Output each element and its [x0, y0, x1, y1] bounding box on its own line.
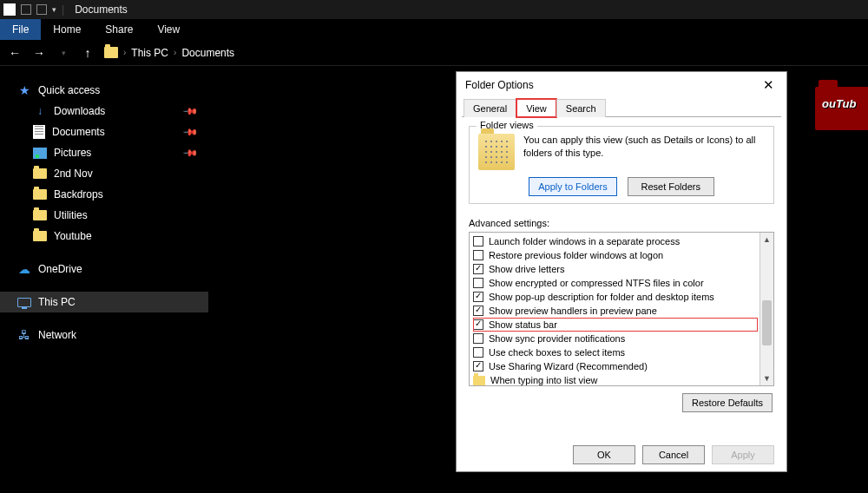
- chevron-right-icon[interactable]: ›: [123, 48, 126, 57]
- checkbox[interactable]: [473, 264, 483, 274]
- sidebar-network[interactable]: 🖧 Network: [0, 325, 208, 345]
- tab-view[interactable]: View: [516, 99, 556, 117]
- dialog-body: Folder views You can apply this view (su…: [462, 116, 781, 435]
- dialog-title: Folder Options: [465, 79, 534, 91]
- advanced-setting-item[interactable]: Use check boxes to select items: [473, 345, 758, 359]
- apply-to-folders-button[interactable]: Apply to Folders: [529, 177, 616, 196]
- checkbox[interactable]: [473, 306, 483, 316]
- sidebar-item-2ndnov[interactable]: 2nd Nov: [0, 163, 208, 184]
- nav-up-icon[interactable]: ↑: [80, 46, 95, 60]
- sidebar-label: Documents: [52, 126, 105, 138]
- advanced-setting-item[interactable]: Show sync provider notifications: [473, 332, 758, 345]
- apply-button[interactable]: Apply: [712, 445, 774, 464]
- sidebar-label: Youtube: [54, 230, 92, 242]
- checkbox[interactable]: [473, 292, 483, 302]
- sidebar-item-backdrops[interactable]: Backdrops: [0, 184, 208, 205]
- sidebar-label: Quick access: [38, 84, 100, 96]
- pc-icon: [17, 298, 31, 307]
- tab-search[interactable]: Search: [556, 99, 606, 117]
- sidebar-item-utilities[interactable]: Utilities: [0, 205, 208, 226]
- qat-dropdown-icon[interactable]: ▾: [52, 5, 56, 14]
- sidebar-label: 2nd Nov: [54, 168, 93, 180]
- sidebar-this-pc[interactable]: This PC: [0, 292, 208, 312]
- folder-icon: [473, 376, 485, 385]
- checkbox[interactable]: [473, 361, 483, 371]
- advanced-setting-item[interactable]: Show preview handlers in preview pane: [473, 304, 758, 318]
- sidebar-label: Utilities: [54, 209, 88, 221]
- ribbon-tab-home[interactable]: Home: [41, 19, 93, 40]
- folder-icon: [33, 210, 47, 220]
- divider: |: [62, 3, 64, 16]
- chevron-right-icon[interactable]: ›: [174, 48, 176, 57]
- scroll-up-icon[interactable]: ▲: [760, 233, 773, 246]
- nav-bar: ← → ▾ ↑ › This PC › Documents: [0, 40, 868, 66]
- advanced-setting-item[interactable]: Show encrypted or compressed NTFS files …: [473, 276, 758, 290]
- sidebar-label: Pictures: [54, 147, 91, 159]
- ribbon: File Home Share View: [0, 19, 868, 40]
- scrollbar[interactable]: ▲ ▼: [760, 233, 773, 385]
- advanced-setting-label: Restore previous folder windows at logon: [489, 250, 663, 260]
- ribbon-tab-view[interactable]: View: [145, 19, 192, 40]
- address-bar[interactable]: › This PC › Documents: [104, 47, 234, 59]
- checkbox[interactable]: [473, 236, 483, 246]
- advanced-setting-item[interactable]: Restore previous folder windows at logon: [473, 248, 758, 262]
- checkbox[interactable]: [473, 278, 483, 288]
- advanced-setting-item[interactable]: Use Sharing Wizard (Recommended): [473, 359, 758, 373]
- ribbon-tab-share[interactable]: Share: [93, 19, 145, 40]
- window-title: Documents: [75, 3, 128, 16]
- checkbox[interactable]: [473, 333, 483, 344]
- scroll-thumb[interactable]: [762, 300, 772, 345]
- advanced-setting-item[interactable]: Launch folder windows in a separate proc…: [473, 234, 758, 248]
- dialog-footer: OK Cancel Apply: [457, 440, 786, 471]
- folder-views-icon: [478, 134, 515, 170]
- title-bar: ▾ | Documents: [0, 0, 868, 19]
- scroll-down-icon[interactable]: ▼: [760, 371, 773, 385]
- advanced-setting-item[interactable]: Show pop-up description for folder and d…: [473, 290, 758, 304]
- folder-item-youtube[interactable]: ouTub: [807, 87, 868, 130]
- sidebar-label: Downloads: [54, 105, 105, 117]
- ok-button[interactable]: OK: [573, 445, 635, 464]
- star-icon: ★: [17, 83, 31, 97]
- sidebar-label: This PC: [38, 296, 76, 308]
- nav-forward-icon[interactable]: →: [31, 46, 47, 60]
- sidebar-item-downloads[interactable]: Downloads 📌: [0, 101, 208, 122]
- restore-defaults-button[interactable]: Restore Defaults: [682, 393, 773, 412]
- advanced-setting-item[interactable]: Show status bar: [473, 318, 758, 332]
- sidebar-item-youtube[interactable]: Youtube: [0, 226, 208, 246]
- nav-back-icon[interactable]: ←: [7, 46, 23, 60]
- address-folder-icon: [104, 47, 118, 58]
- content-pane: ouTub Folder Options ✕ General View Sear…: [208, 66, 868, 493]
- checkbox[interactable]: [473, 250, 483, 260]
- reset-folders-button[interactable]: Reset Folders: [628, 177, 714, 196]
- advanced-setting-label: Show status bar: [489, 319, 557, 330]
- sidebar-label: Backdrops: [54, 188, 103, 200]
- advanced-setting-item[interactable]: When typing into list view: [473, 373, 758, 386]
- cancel-button[interactable]: Cancel: [642, 445, 705, 464]
- advanced-setting-label: Show drive letters: [489, 264, 564, 274]
- sidebar-quick-access[interactable]: ★ Quick access: [0, 80, 208, 101]
- network-icon: 🖧: [17, 328, 31, 342]
- close-icon[interactable]: ✕: [759, 77, 778, 93]
- breadcrumb-root[interactable]: This PC: [131, 47, 168, 59]
- checkbox[interactable]: [473, 319, 483, 330]
- tab-general[interactable]: General: [464, 99, 516, 117]
- checkbox[interactable]: [473, 347, 483, 358]
- folder-views-text: You can apply this view (such as Details…: [523, 134, 765, 170]
- advanced-setting-label: Show pop-up description for folder and d…: [489, 292, 714, 302]
- ribbon-tab-file[interactable]: File: [0, 19, 41, 40]
- sidebar-onedrive[interactable]: ☁ OneDrive: [0, 259, 208, 279]
- advanced-setting-label: Launch folder windows in a separate proc…: [489, 236, 680, 246]
- youtube-label: ouTub: [822, 97, 856, 110]
- qat-properties-icon[interactable]: [21, 4, 31, 15]
- sidebar-item-pictures[interactable]: Pictures 📌: [0, 142, 208, 163]
- sidebar-item-documents[interactable]: Documents 📌: [0, 122, 208, 142]
- qat-newfolder-icon[interactable]: [36, 4, 47, 15]
- folder-icon: ouTub: [815, 87, 868, 130]
- dialog-titlebar[interactable]: Folder Options ✕: [457, 72, 786, 98]
- nav-recent-icon[interactable]: ▾: [56, 49, 71, 57]
- breadcrumb-current[interactable]: Documents: [181, 47, 234, 59]
- advanced-setting-item[interactable]: Show drive letters: [473, 262, 758, 276]
- advanced-setting-label: Use Sharing Wizard (Recommended): [489, 361, 648, 371]
- advanced-setting-label: When typing into list view: [490, 375, 598, 385]
- advanced-setting-label: Use check boxes to select items: [489, 347, 625, 358]
